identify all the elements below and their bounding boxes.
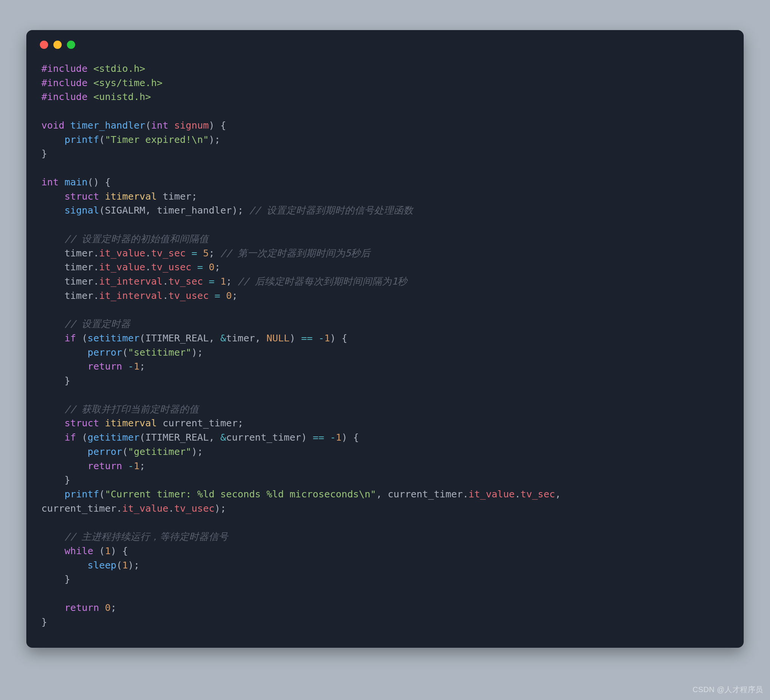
code-token: NULL bbox=[267, 332, 290, 344]
code-line: // 设置定时器的初始值和间隔值 bbox=[41, 232, 729, 246]
code-token: . bbox=[168, 503, 174, 514]
code-token: ( bbox=[99, 488, 105, 500]
code-line: } bbox=[41, 374, 729, 388]
code-token bbox=[215, 276, 220, 287]
code-line: printf("Timer expired!\n"); bbox=[41, 133, 729, 147]
code-token: ) { bbox=[341, 432, 359, 443]
code-token: "Current timer: %ld seconds %ld microsec… bbox=[105, 488, 376, 500]
code-token: main bbox=[64, 176, 87, 188]
code-token: timer. bbox=[41, 276, 99, 287]
code-token: tv_sec bbox=[151, 247, 186, 259]
code-token: timer. bbox=[41, 290, 99, 301]
code-token: ( bbox=[76, 332, 87, 344]
code-line: } bbox=[41, 572, 729, 587]
code-token: timer. bbox=[41, 247, 99, 259]
code-line bbox=[41, 587, 729, 601]
code-token: tv_usec bbox=[151, 261, 191, 273]
close-icon[interactable] bbox=[40, 40, 48, 49]
code-token: <sys/time.h> bbox=[93, 77, 162, 88]
code-token: = bbox=[215, 290, 220, 301]
code-line: timer.it_value.tv_sec = 5; // 第一次定时器到期时间… bbox=[41, 246, 729, 260]
code-token: // 第一次定时器到期时间为5秒后 bbox=[220, 247, 370, 259]
code-token bbox=[64, 120, 70, 131]
code-token: } bbox=[41, 474, 70, 485]
code-token: getitimer bbox=[87, 432, 139, 443]
code-token: 1 bbox=[134, 460, 139, 471]
code-line: current_timer.it_value.tv_usec); bbox=[41, 501, 729, 516]
code-token: // 设置定时器 bbox=[64, 318, 131, 329]
code-token: = bbox=[191, 247, 197, 259]
code-content: #include <stdio.h>#include <sys/time.h>#… bbox=[26, 49, 744, 648]
code-line: perror("getitimer"); bbox=[41, 445, 729, 459]
code-token: 1 bbox=[336, 432, 341, 443]
code-token: printf bbox=[64, 134, 99, 145]
code-token: ( bbox=[116, 559, 122, 571]
code-line: perror("setitimer"); bbox=[41, 346, 729, 360]
code-line: void timer_handler(int signum) { bbox=[41, 118, 729, 133]
maximize-icon[interactable] bbox=[67, 40, 75, 49]
minimize-icon[interactable] bbox=[53, 40, 61, 49]
code-line: // 主进程持续运行，等待定时器信号 bbox=[41, 530, 729, 544]
code-token: . bbox=[145, 247, 151, 259]
code-token: (ITIMER_REAL, bbox=[139, 332, 220, 344]
code-token bbox=[41, 318, 64, 329]
code-token: <stdio.h> bbox=[93, 63, 145, 74]
code-token: // 主进程持续运行，等待定时器信号 bbox=[64, 531, 228, 542]
code-token: timer, bbox=[226, 332, 266, 344]
code-line: timer.it_value.tv_usec = 0; bbox=[41, 260, 729, 275]
code-token: current_timer. bbox=[41, 503, 122, 514]
code-token: ( bbox=[93, 545, 105, 556]
titlebar bbox=[26, 30, 744, 49]
code-token: ( bbox=[122, 347, 128, 358]
code-token: if bbox=[64, 432, 76, 443]
code-token bbox=[41, 460, 87, 471]
code-token: - bbox=[330, 432, 336, 443]
code-token: . bbox=[162, 290, 168, 301]
code-line: timer.it_interval.tv_sec = 1; // 后续定时器每次… bbox=[41, 275, 729, 289]
code-token: ); bbox=[191, 347, 203, 358]
code-token: } bbox=[41, 375, 70, 386]
code-token: signal bbox=[64, 205, 99, 216]
code-line: #include <sys/time.h> bbox=[41, 76, 729, 90]
code-token bbox=[99, 602, 105, 613]
code-token: } bbox=[41, 148, 47, 159]
code-line: while (1) { bbox=[41, 544, 729, 558]
code-token: 1 bbox=[220, 276, 226, 287]
code-token: timer_handler bbox=[70, 120, 146, 131]
code-token bbox=[122, 361, 128, 372]
code-token: 1 bbox=[324, 332, 330, 344]
code-token: #include bbox=[41, 63, 87, 74]
code-token: current_timer) bbox=[226, 432, 312, 443]
code-token: (ITIMER_REAL, bbox=[139, 432, 220, 443]
code-token: it_interval bbox=[99, 290, 163, 301]
code-token: it_value bbox=[99, 247, 146, 259]
code-token bbox=[41, 559, 87, 571]
code-token bbox=[220, 290, 226, 301]
code-token: ( bbox=[76, 432, 87, 443]
code-line bbox=[41, 161, 729, 175]
code-token: ( bbox=[99, 134, 105, 145]
code-line: signal(SIGALRM, timer_handler); // 设置定时器… bbox=[41, 204, 729, 218]
code-token: 0 bbox=[209, 261, 214, 273]
code-token: int bbox=[41, 176, 59, 188]
code-token: . bbox=[515, 488, 520, 500]
code-token: tv_sec bbox=[520, 488, 555, 500]
code-token: "getitimer" bbox=[128, 446, 191, 457]
code-line bbox=[41, 218, 729, 232]
code-line: sleep(1); bbox=[41, 558, 729, 572]
code-token: ); bbox=[209, 134, 220, 145]
code-token bbox=[122, 460, 128, 471]
code-token: ) { bbox=[330, 332, 348, 344]
code-token bbox=[41, 545, 64, 556]
code-token: signum bbox=[174, 120, 209, 131]
code-token: } bbox=[41, 573, 70, 585]
code-token: current_timer; bbox=[157, 417, 243, 428]
code-token: timer. bbox=[41, 261, 99, 273]
code-token bbox=[41, 332, 64, 344]
code-token: = bbox=[209, 276, 214, 287]
code-token: tv_sec bbox=[168, 276, 203, 287]
code-token: 0 bbox=[226, 290, 231, 301]
code-token bbox=[168, 120, 174, 131]
code-token: () { bbox=[87, 176, 110, 188]
code-token: sleep bbox=[87, 559, 116, 571]
